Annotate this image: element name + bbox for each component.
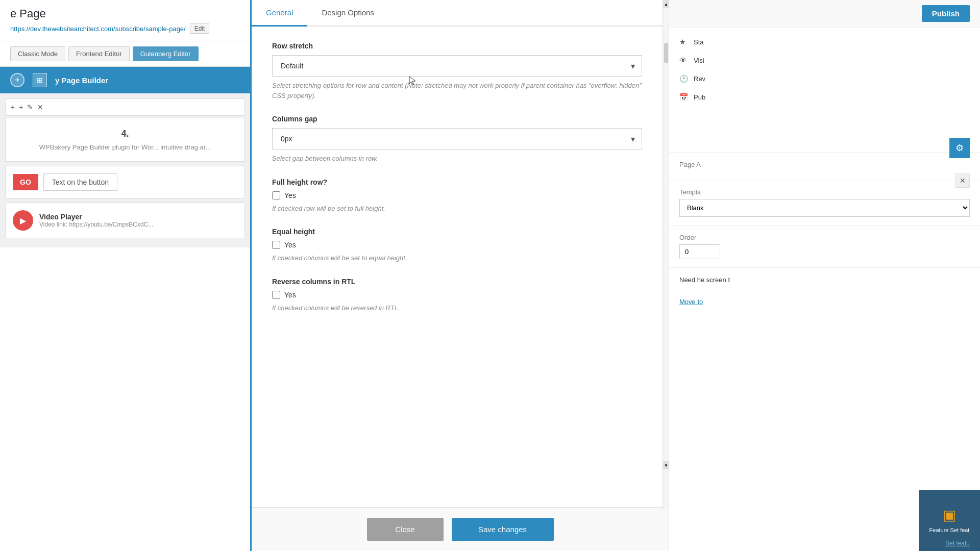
row-stretch-select-wrapper: Default Full width Full width content Fu… — [272, 55, 642, 77]
equal-height-hint: If checked columns will be set to equal … — [272, 253, 642, 263]
revisions-icon: 🕐 — [679, 74, 689, 83]
builder-title: y Page Builder — [55, 76, 108, 85]
video-info: Video Player Video link: https://youtu.b… — [39, 213, 153, 228]
published-label: Pub — [694, 93, 705, 101]
equal-height-checkbox-group: Yes — [272, 241, 642, 249]
full-height-row-hint: If checked row will be set to full heigh… — [272, 204, 642, 214]
columns-gap-label: Columns gap — [272, 115, 642, 123]
reverse-columns-checkbox-label[interactable]: Yes — [284, 291, 296, 299]
columns-gap-hint: Select gap between columns in row. — [272, 154, 642, 164]
save-changes-button[interactable]: Save changes — [452, 518, 554, 541]
tab-frontend-editor[interactable]: Frontend Editor — [68, 46, 130, 61]
wpbakery-text: WPBakery Page Builder plugin for Wor... … — [16, 143, 234, 151]
row-stretch-label: Row stretch — [272, 42, 642, 50]
revisions-label: Rev — [694, 75, 705, 83]
tab-general[interactable]: General — [252, 0, 307, 27]
move-to-link[interactable]: Move to — [679, 298, 703, 306]
button-block: GO Text on the button — [5, 166, 245, 198]
template-section: Templa Blank — [669, 180, 980, 225]
edit-row-icon[interactable]: ✎ — [27, 103, 33, 111]
set-feature-link[interactable]: Set featu — [945, 540, 970, 547]
columns-gap-group: Columns gap 0px 5px 10px 20px 30px Selec… — [272, 115, 642, 164]
full-height-row-label: Full height row? — [272, 178, 642, 186]
row-stretch-select[interactable]: Default Full width Full width content Fu… — [272, 55, 642, 77]
reverse-columns-group: Reverse columns in RTL Yes If checked co… — [272, 278, 642, 313]
template-select[interactable]: Blank — [679, 199, 970, 217]
page-attributes-section: Page A — [669, 152, 980, 180]
order-label: Order — [679, 234, 970, 241]
full-height-row-checkbox[interactable] — [272, 191, 280, 199]
columns-gap-select[interactable]: 0px 5px 10px 20px 30px — [272, 128, 642, 149]
note-text: Need he screen t — [679, 276, 970, 284]
builder-header: + ⊞ y Page Builder — [0, 67, 250, 93]
status-label: Sta — [694, 38, 704, 46]
page-title-bar: e Page https://dev.thewebsitearchitect.c… — [0, 0, 250, 41]
order-input[interactable] — [679, 244, 720, 259]
modal-scrollbar[interactable]: ▲ ▼ — [663, 0, 669, 510]
status-icon: ★ — [679, 38, 689, 46]
row-stretch-group: Row stretch Default Full width Full widt… — [272, 42, 642, 101]
modal-footer: Close Save changes — [252, 507, 669, 551]
page-url-link[interactable]: https://dev.thewebsitearchitect.com/subs… — [10, 25, 186, 33]
right-top-bar: Publish — [669, 0, 980, 28]
equal-height-checkbox[interactable] — [272, 241, 280, 249]
modal-body: Row stretch Default Full width Full widt… — [252, 27, 663, 507]
scroll-thumb[interactable] — [664, 43, 668, 63]
reverse-columns-label: Reverse columns in RTL — [272, 278, 642, 286]
video-block: ▶ Video Player Video link: https://youtu… — [5, 203, 245, 238]
plus-icon[interactable]: + — [19, 103, 23, 111]
tab-classic-mode[interactable]: Classic Mode — [10, 46, 65, 61]
visibility-menu-item[interactable]: 👁 Visi — [669, 51, 980, 69]
right-menu-items: ★ Sta 👁 Visi 🕐 Rev 📅 Pub — [669, 28, 980, 111]
gear-button[interactable]: ⚙ — [949, 138, 970, 158]
revisions-menu-item[interactable]: 🕐 Rev — [669, 69, 980, 88]
note-section: Need he screen t — [669, 267, 980, 292]
edit-button[interactable]: Edit — [190, 23, 210, 34]
reverse-columns-checkbox-group: Yes — [272, 291, 642, 299]
equal-height-group: Equal height Yes If checked columns will… — [272, 228, 642, 263]
left-panel: e Page https://dev.thewebsitearchitect.c… — [0, 0, 250, 551]
tab-gutenberg-editor[interactable]: Gutenberg Editor — [133, 46, 199, 61]
delete-row-icon[interactable]: ✕ — [37, 103, 43, 111]
page-title: e Page — [10, 7, 240, 20]
full-height-row-group: Full height row? Yes If checked row will… — [272, 178, 642, 214]
published-icon: 📅 — [679, 93, 689, 101]
url-bar: https://dev.thewebsitearchitect.com/subs… — [10, 23, 240, 34]
template-label: Templa — [679, 188, 970, 196]
modal-overlay: General Design Options ▲ ▼ Row stretch D… — [250, 0, 669, 551]
order-section: Order — [669, 225, 980, 267]
feature-set-text: Feature Set feat — [929, 527, 970, 534]
editor-tabs: Classic Mode Frontend Editor Gutenberg E… — [0, 41, 250, 67]
full-height-row-checkbox-group: Yes — [272, 191, 642, 199]
published-menu-item[interactable]: 📅 Pub — [669, 88, 980, 106]
status-menu-item[interactable]: ★ Sta — [669, 33, 980, 51]
tab-design-options[interactable]: Design Options — [307, 0, 388, 27]
columns-gap-select-wrapper: 0px 5px 10px 20px 30px — [272, 128, 642, 149]
modal-tabs: General Design Options — [252, 0, 669, 27]
builder-content: + + ✎ ✕ 4. WPBakery Page Builder plugin … — [0, 93, 250, 247]
add-row-icon[interactable]: + — [11, 103, 15, 111]
close-button[interactable]: Close — [367, 518, 444, 541]
video-subtitle: Video link: https://youtu.be/CmpsBCxdC..… — [39, 221, 153, 228]
equal-height-checkbox-label[interactable]: Yes — [284, 241, 296, 249]
video-play-button[interactable]: ▶ — [13, 210, 33, 231]
feature-set-icon: ▣ — [943, 507, 956, 523]
close-icon-button[interactable]: ✕ — [955, 173, 970, 188]
content-block: 4. WPBakery Page Builder plugin for Wor.… — [5, 118, 245, 162]
add-element-button[interactable]: + — [10, 73, 24, 87]
content-number: 4. — [16, 129, 234, 139]
reverse-columns-checkbox[interactable] — [272, 291, 280, 299]
full-height-row-checkbox-label[interactable]: Yes — [284, 191, 296, 199]
video-title: Video Player — [39, 213, 153, 221]
go-button[interactable]: GO — [13, 174, 38, 190]
button-text-label: Text on the button — [43, 173, 117, 191]
reverse-columns-hint: If checked columns will be reversed in R… — [272, 303, 642, 313]
layout-button[interactable]: ⊞ — [33, 73, 47, 87]
equal-height-label: Equal height — [272, 228, 642, 236]
visibility-icon: 👁 — [679, 56, 689, 64]
publish-button[interactable]: Publish — [922, 5, 970, 22]
visibility-label: Visi — [694, 57, 704, 64]
right-panel: Publish ★ Sta 👁 Visi 🕐 Rev 📅 Pub ⚙ ✕ Pag… — [669, 0, 980, 551]
page-attributes-title: Page A — [679, 161, 970, 168]
row-toolbar: + + ✎ ✕ — [5, 98, 245, 116]
